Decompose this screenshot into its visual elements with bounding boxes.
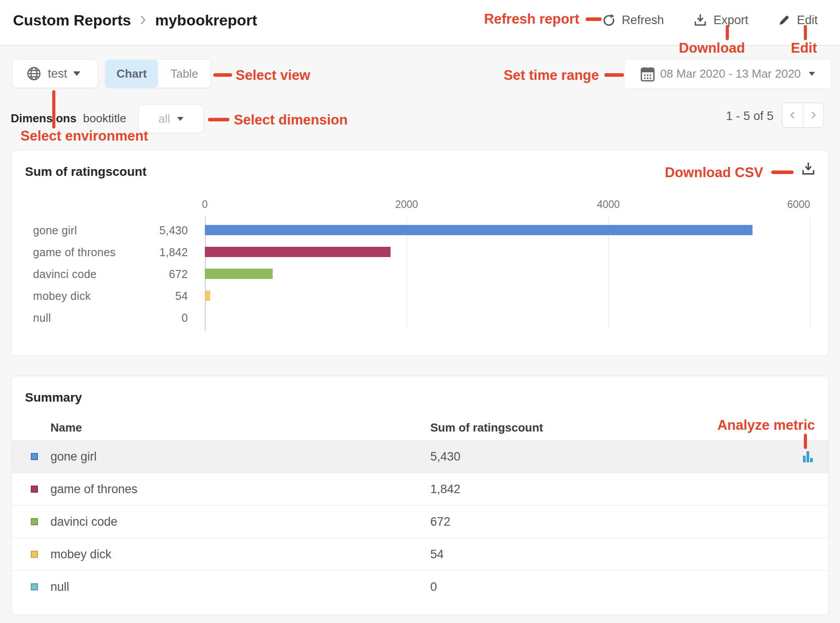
summary-column-value: Sum of ratingscount	[430, 421, 543, 435]
edit-pencil-icon	[778, 13, 791, 27]
bar-value-label: 5,430	[119, 224, 188, 237]
date-range-value: 08 Mar 2020 - 13 Mar 2020	[660, 67, 801, 81]
bar-category-label: gone girl	[33, 224, 77, 237]
annotation-download: Download	[679, 40, 745, 56]
summary-row-name: davinci code	[50, 515, 117, 529]
bar-category-label: null	[33, 311, 51, 324]
tab-chart[interactable]: Chart	[105, 60, 158, 87]
bar-row: null0	[12, 307, 828, 328]
environment-selector[interactable]: test	[12, 59, 98, 88]
bar-value-label: 0	[119, 311, 188, 324]
refresh-button[interactable]: Refresh	[602, 13, 664, 27]
bar-category-label: game of thrones	[33, 245, 116, 258]
edit-label: Edit	[797, 13, 818, 27]
annotation-line-edit	[804, 25, 807, 40]
annotation-line-set-time-range	[604, 73, 624, 77]
annotation-analyze-metric: Analyze metric	[717, 417, 815, 433]
series-color-swatch	[31, 551, 38, 558]
summary-card-title: Summary	[25, 390, 82, 405]
bar-category-label: mobey dick	[33, 289, 91, 302]
bar-mobey-dick[interactable]	[205, 291, 210, 301]
top-header: Custom Reports mybookreport Refresh Expo…	[0, 0, 840, 46]
bar-davinci-code[interactable]	[205, 269, 273, 279]
pagination-controls	[782, 103, 824, 128]
annotation-line-refresh	[586, 17, 602, 21]
breadcrumb: Custom Reports mybookreport	[13, 0, 257, 40]
pagination-prev-button[interactable]	[782, 103, 803, 127]
dimensions-label: Dimensions	[11, 112, 76, 125]
bar-row: game of thrones1,842	[12, 241, 828, 263]
breadcrumb-current: mybookreport	[155, 12, 257, 29]
annotation-select-environment: Select environment	[21, 128, 148, 144]
annotation-line-analyze-metric	[804, 434, 807, 449]
annotation-line-download	[726, 25, 729, 40]
chevron-down-icon	[809, 72, 815, 76]
bar-category-label: davinci code	[33, 267, 97, 280]
summary-row-name: game of thrones	[50, 482, 137, 496]
annotation-select-view: Select view	[236, 67, 310, 83]
dimension-name: booktitle	[83, 112, 126, 125]
x-axis-tick-label: 4000	[597, 199, 620, 211]
export-button[interactable]: Export	[693, 13, 748, 27]
bar-game-of-thrones[interactable]	[205, 247, 391, 257]
bar-value-label: 54	[119, 289, 188, 302]
bar-value-label: 1,842	[119, 245, 188, 258]
bar-value-label: 672	[119, 267, 188, 280]
export-icon	[693, 13, 707, 27]
series-color-swatch	[31, 453, 38, 460]
summary-row-value: 672	[430, 515, 450, 529]
edit-button[interactable]: Edit	[778, 13, 818, 27]
annotation-line-download-csv	[771, 170, 794, 174]
date-range-picker[interactable]: 08 Mar 2020 - 13 Mar 2020	[624, 59, 832, 89]
calendar-icon	[640, 66, 655, 82]
pagination-label: 1 - 5 of 5	[726, 109, 773, 123]
dimension-value: all	[158, 112, 170, 126]
environment-value: test	[48, 67, 67, 81]
summary-row-value: 1,842	[430, 482, 461, 496]
chart-card: Sum of ratingscount 0200040006000 gone g…	[11, 150, 829, 356]
header-actions: Refresh Export Edit	[602, 0, 818, 40]
globe-icon	[26, 66, 42, 82]
series-color-swatch	[31, 486, 38, 493]
annotation-set-time-range: Set time range	[503, 67, 599, 83]
download-csv-button[interactable]	[801, 161, 816, 176]
summary-row-name: mobey dick	[50, 548, 112, 561]
annotation-download-csv: Download CSV	[665, 165, 763, 181]
summary-row-name: gone girl	[50, 449, 97, 463]
chart-card-title: Sum of ratingscount	[25, 165, 146, 179]
breadcrumb-chevron-icon	[139, 13, 147, 27]
summary-card: Summary Name Sum of ratingscount gone gi…	[11, 376, 829, 615]
bar-row: gone girl5,430	[12, 219, 828, 241]
chevron-down-icon	[177, 117, 183, 121]
summary-row-value: 0	[430, 580, 437, 594]
summary-table-row[interactable]: gone girl5,430	[12, 440, 828, 473]
analyze-metric-icon[interactable]	[802, 450, 814, 463]
annotation-line-select-environment	[52, 90, 55, 129]
annotation-line-select-dimension	[208, 118, 229, 121]
summary-table-row[interactable]: game of thrones1,842	[12, 473, 828, 505]
view-switcher: Chart Table	[105, 59, 211, 88]
x-axis-tick-label: 2000	[395, 199, 418, 211]
chevron-down-icon	[73, 71, 80, 76]
pagination-next-button[interactable]	[803, 103, 824, 127]
annotation-edit: Edit	[791, 40, 817, 56]
bar-gone-girl[interactable]	[205, 225, 753, 235]
export-label: Export	[713, 13, 748, 27]
annotation-refresh-report: Refresh report	[484, 11, 579, 27]
x-axis-tick-label: 6000	[787, 199, 810, 211]
summary-table-row[interactable]: mobey dick54	[12, 538, 828, 570]
bar-row: davinci code672	[12, 263, 828, 285]
series-color-swatch	[31, 518, 38, 525]
summary-row-name: null	[50, 580, 69, 594]
summary-row-value: 54	[430, 548, 444, 561]
summary-row-value: 5,430	[430, 449, 461, 463]
annotation-select-dimension: Select dimension	[234, 112, 348, 128]
tab-table[interactable]: Table	[158, 60, 211, 87]
bar-row: mobey dick54	[12, 285, 828, 307]
refresh-icon	[602, 13, 616, 27]
summary-table-row[interactable]: null0	[12, 570, 828, 603]
summary-table-row[interactable]: davinci code672	[12, 505, 828, 538]
refresh-label: Refresh	[622, 13, 664, 27]
series-color-swatch	[31, 583, 38, 590]
breadcrumb-parent[interactable]: Custom Reports	[13, 12, 131, 29]
